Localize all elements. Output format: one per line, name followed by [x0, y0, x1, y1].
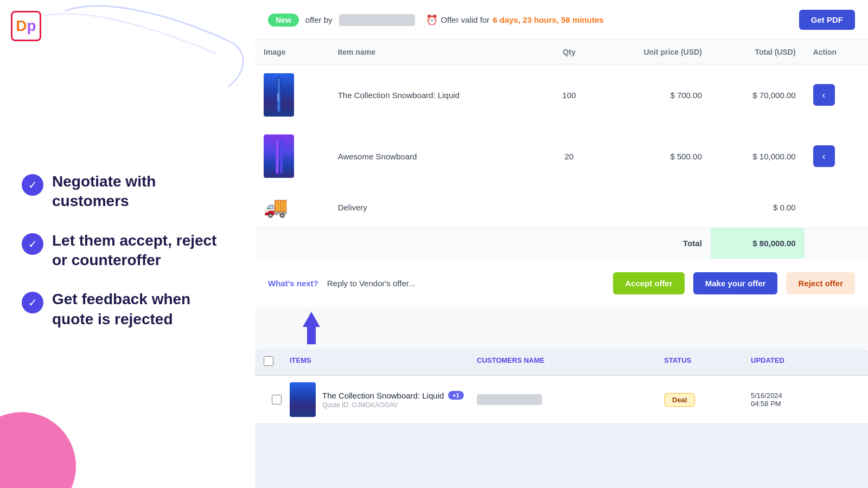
svg-text:Liquid: Liquid — [276, 94, 279, 101]
cell-total-awesome: $ 10,000.00 — [711, 126, 805, 187]
timer-icon: ⏰ — [426, 14, 438, 26]
product-info: The Collection Snowboard: Liquid +1 Quot… — [322, 391, 464, 409]
col-item-name: Item name — [329, 40, 545, 65]
cell-name-liquid: The Collection Snowboard: Liquid — [329, 65, 545, 126]
product-image-liquid: Liquid — [264, 73, 294, 117]
get-pdf-button[interactable]: Get PDF — [799, 10, 855, 30]
customer-name-placeholder — [477, 394, 542, 405]
product-image-awesome — [264, 134, 294, 178]
badge-count: +1 — [448, 391, 464, 400]
total-spacer — [255, 228, 593, 259]
col-total: Total (USD) — [711, 40, 805, 65]
arrow-section — [255, 307, 868, 349]
cell-action-awesome: ‹ — [805, 126, 868, 187]
row-checkbox[interactable] — [272, 395, 282, 404]
header-status: STATUS — [664, 356, 751, 368]
updated-date: 5/16/2024 — [751, 391, 859, 400]
cell-image-liquid: Liquid — [255, 65, 329, 126]
check-icon-feedback: ✓ — [22, 292, 43, 313]
feature-negotiate: ✓ Negotiate with customers — [22, 172, 233, 211]
total-label: Total — [593, 228, 710, 259]
col-qty: Qty — [545, 40, 593, 65]
cell-qty-awesome: 20 — [545, 126, 593, 187]
svg-rect-5 — [277, 140, 278, 172]
select-all-checkbox[interactable] — [264, 356, 273, 366]
check-icon-negotiate: ✓ — [22, 174, 43, 196]
quote-id: Quote ID: OJMGKAOGAV — [322, 401, 464, 409]
table-row: Liquid The Collection Snowboard: Liquid … — [255, 65, 868, 126]
cell-name-awesome: Awesome Snowboard — [329, 126, 545, 187]
action-button-awesome[interactable]: ‹ — [813, 145, 835, 167]
cell-image-delivery: 🚚 — [255, 187, 329, 228]
cell-price-liquid: $ 700.00 — [593, 65, 710, 126]
cell-price-delivery — [593, 187, 710, 228]
col-action: Action — [805, 40, 868, 65]
total-row: Total $ 80,000.00 — [255, 228, 868, 259]
cell-qty-liquid: 100 — [545, 65, 593, 126]
feature-accept-reject: ✓ Let them accept, reject or counteroffe… — [22, 231, 233, 271]
quotes-list: ITEMS CUSTOMERS NAME STATUS UPDATED The … — [255, 349, 868, 488]
total-action-spacer — [805, 228, 868, 259]
product-name-row: The Collection Snowboard: Liquid +1 — [322, 391, 464, 400]
check-icon-accept-reject: ✓ — [22, 233, 43, 255]
accept-offer-button[interactable]: Accept offer — [613, 272, 685, 294]
cell-total-liquid: $ 70,000.00 — [711, 65, 805, 126]
product-title: The Collection Snowboard: Liquid — [322, 391, 444, 400]
total-value: $ 80,000.00 — [711, 228, 805, 259]
offer-timer: ⏰ Offer valid for 6 days, 23 hours, 58 m… — [426, 14, 604, 26]
cell-price-awesome: $ 500.00 — [593, 126, 710, 187]
status-cell: Deal — [664, 393, 751, 407]
header-checkbox-col — [264, 356, 290, 368]
header-updated: UPDATED — [751, 356, 859, 368]
table-row: Awesome Snowboard 20 $ 500.00 $ 10,000.0… — [255, 126, 868, 187]
offer-by-name — [339, 14, 415, 26]
timer-value: 6 days, 23 hours, 58 minutes — [493, 15, 603, 24]
cell-total-delivery: $ 0.00 — [711, 187, 805, 228]
col-image: Image — [255, 40, 329, 65]
cell-image-awesome — [255, 126, 329, 187]
cell-qty-delivery — [545, 187, 593, 228]
logo-p: p — [27, 17, 36, 35]
svg-rect-4 — [280, 139, 283, 173]
feature-text-feedback: Get feedback when quote is rejected — [52, 290, 233, 329]
logo-d: D — [16, 17, 27, 35]
feature-text-negotiate: Negotiate with customers — [52, 172, 233, 211]
cell-name-delivery: Delivery — [329, 187, 545, 228]
svg-marker-6 — [303, 312, 320, 344]
offer-by-text: offer by — [305, 15, 333, 24]
whats-next-label: What's next? — [268, 279, 318, 288]
cell-action-delivery — [805, 187, 868, 228]
feature-feedback: ✓ Get feedback when quote is rejected — [22, 290, 233, 329]
customer-name-cell — [477, 394, 664, 405]
product-thumbnail — [290, 382, 316, 417]
reject-offer-button[interactable]: Reject offer — [786, 272, 855, 294]
action-button-liquid[interactable]: ‹ — [813, 84, 835, 106]
updated-cell: 5/16/2024 04:58 PM — [751, 391, 859, 408]
list-item: The Collection Snowboard: Liquid +1 Quot… — [255, 376, 868, 424]
quote-table: Image Item name Qty Unit price (USD) Tot… — [255, 40, 868, 259]
logo: Dp — [11, 11, 41, 41]
timer-prefix: Offer valid for — [441, 15, 490, 24]
feature-text-accept-reject: Let them accept, reject or counteroffer — [52, 231, 233, 271]
make-offer-button[interactable]: Make your offer — [693, 272, 778, 294]
table-row: 🚚 Delivery $ 0.00 — [255, 187, 868, 228]
quotes-list-header: ITEMS CUSTOMERS NAME STATUS UPDATED — [255, 349, 868, 376]
updated-time: 04:58 PM — [751, 400, 859, 408]
whats-next-section: What's next? Reply to Vendor's offer... … — [255, 259, 868, 307]
badge-new: New — [268, 14, 299, 27]
status-badge: Deal — [664, 393, 695, 407]
cell-action-liquid: ‹ — [805, 65, 868, 126]
header-items: ITEMS — [290, 356, 477, 368]
header-customers: CUSTOMERS NAME — [477, 356, 664, 368]
reply-text: Reply to Vendor's offer... — [327, 279, 416, 288]
row-checkbox-cell — [264, 395, 290, 404]
col-unit-price: Unit price (USD) — [593, 40, 710, 65]
offer-header: New offer by ⏰ Offer valid for 6 days, 2… — [255, 0, 868, 40]
left-panel: ✓ Negotiate with customers ✓ Let them ac… — [0, 0, 255, 488]
delivery-icon: 🚚 — [264, 196, 288, 218]
main-content: New offer by ⏰ Offer valid for 6 days, 2… — [255, 0, 868, 488]
down-arrow-icon — [298, 307, 324, 349]
product-cell: The Collection Snowboard: Liquid +1 Quot… — [290, 382, 477, 417]
